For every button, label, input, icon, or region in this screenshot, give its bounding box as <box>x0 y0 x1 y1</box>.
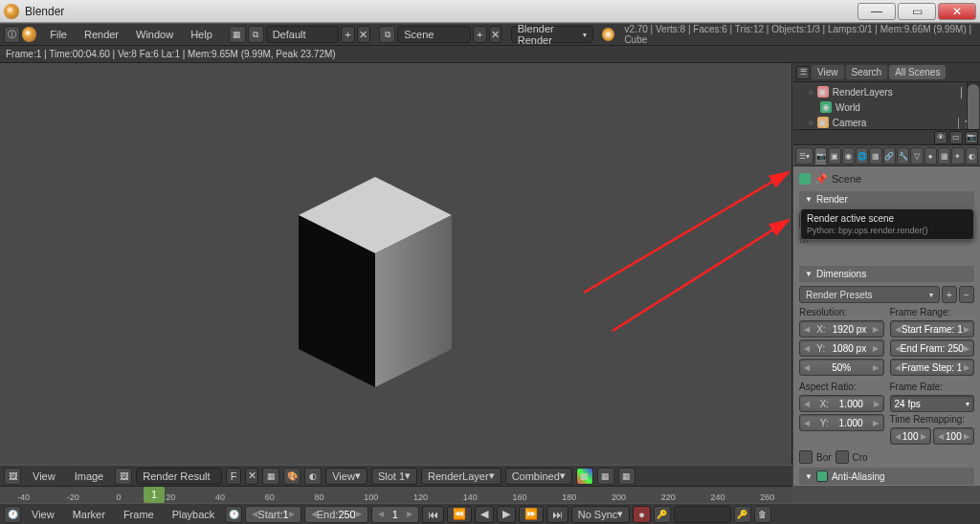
screens-icon[interactable]: ▦ <box>229 26 245 43</box>
menu-help[interactable]: Help <box>183 27 220 42</box>
scene-field[interactable]: Scene <box>397 26 470 43</box>
crop-checkbox[interactable] <box>835 450 849 464</box>
timeline-menu-view[interactable]: View <box>24 507 62 522</box>
maximize-button[interactable]: ▭ <box>898 3 936 20</box>
add-layout-button[interactable]: + <box>341 26 355 43</box>
browse-layout-icon[interactable]: ⧉ <box>248 26 264 43</box>
jump-end-button[interactable]: ⏭ <box>546 506 568 523</box>
aspect-y-field[interactable]: ◀Y:1.000▶ <box>799 414 884 431</box>
aspect-x-field[interactable]: ◀X:1.000▶ <box>799 395 884 412</box>
tab-renderlayers[interactable]: ▣ <box>828 147 840 164</box>
jump-start-button[interactable]: ⏮ <box>422 506 444 523</box>
tab-texture[interactable]: ▦ <box>938 147 950 164</box>
tab-particles[interactable]: ✦ <box>951 147 964 164</box>
outliner-tab-view[interactable]: View <box>812 65 844 79</box>
remap-old-field[interactable]: ◀100▶ <box>890 427 931 445</box>
resolution-y-field[interactable]: ◀Y:1080 px▶ <box>799 339 884 357</box>
remove-preset-button[interactable]: − <box>959 286 974 303</box>
autokey-button[interactable]: ● <box>633 506 651 523</box>
channel-rgb-icon[interactable]: ▦ <box>597 468 614 485</box>
render-engine-dropdown[interactable]: Blender Render▾ <box>511 26 593 43</box>
play-reverse-button[interactable]: ◀ <box>475 506 494 523</box>
menu-file[interactable]: File <box>42 27 75 42</box>
use-preview-range-icon[interactable]: 🕐 <box>225 506 242 523</box>
remap-new-field[interactable]: ◀100▶ <box>933 427 974 445</box>
end-frame-input[interactable]: End:250 <box>304 506 368 523</box>
editor-type-icon[interactable]: ⓘ <box>4 26 20 43</box>
keyframe-next-button[interactable]: ⏩ <box>519 506 544 523</box>
outliner-filter-visible-icon[interactable]: 👁 <box>934 131 947 144</box>
outliner-filter-render-icon[interactable]: 📷 <box>965 131 978 144</box>
outliner-editor-icon[interactable]: ☰ <box>796 66 810 79</box>
keyingset-icon[interactable]: 🔑 <box>654 506 671 523</box>
image-menu-image[interactable]: Image <box>67 469 112 484</box>
channel-alpha-icon[interactable]: ▦ <box>618 468 635 485</box>
frame-step-field[interactable]: ◀Frame Step: 1▶ <box>890 359 975 376</box>
minimize-button[interactable]: — <box>858 3 896 20</box>
tab-physics[interactable]: ◐ <box>966 147 978 164</box>
menu-window[interactable]: Window <box>128 27 181 42</box>
scene-pin-icon[interactable]: 📌 <box>814 173 828 186</box>
keyframe-prev-button[interactable]: ⏪ <box>447 506 472 523</box>
image-view-dropdown[interactable]: View ▾ <box>325 468 368 485</box>
panel-aa-title[interactable]: Anti-Aliasing <box>799 468 974 485</box>
image-name-field[interactable]: Render Result <box>136 468 222 485</box>
timeline-editor-icon[interactable]: 🕐 <box>4 506 21 523</box>
add-preset-button[interactable]: + <box>942 286 957 303</box>
outliner-tab-allscenes[interactable]: All Scenes <box>889 65 946 79</box>
start-frame-field[interactable]: ◀Start Frame: 1▶ <box>890 320 975 338</box>
tab-render[interactable]: 📷 <box>814 147 827 164</box>
tab-scene[interactable]: ◉ <box>842 147 855 164</box>
start-frame-input[interactable]: Start:1 <box>245 506 301 523</box>
uv-icon[interactable]: ▦ <box>262 468 279 485</box>
timeline-menu-playback[interactable]: Playback <box>165 507 223 522</box>
border-checkbox[interactable] <box>799 450 813 464</box>
fake-user-button[interactable]: F <box>226 468 241 485</box>
tab-constraints[interactable]: 🔗 <box>883 147 896 164</box>
key-insert-icon[interactable]: 🔑 <box>734 506 751 523</box>
play-button[interactable]: ▶ <box>497 506 516 523</box>
sync-dropdown[interactable]: No Sync ▾ <box>571 506 631 523</box>
end-frame-field[interactable]: ◀End Fram: 250▶ <box>890 339 975 357</box>
tab-material[interactable]: ● <box>924 147 937 164</box>
viewport-3d[interactable] <box>0 63 792 486</box>
tab-data[interactable]: ▽ <box>910 147 923 164</box>
fps-dropdown[interactable]: 24 fps▾ <box>890 395 975 412</box>
image-browse-icon[interactable]: 🖼 <box>115 468 132 485</box>
image-menu-view[interactable]: View <box>25 469 63 484</box>
close-button[interactable]: ✕ <box>938 3 976 20</box>
outliner-scrollbar[interactable] <box>967 82 980 129</box>
timeline-cursor[interactable]: 1 <box>144 487 165 503</box>
outliner-row-renderlayers[interactable]: ○ ▣ RenderLayers │ ▣ <box>797 84 976 99</box>
aa-checkbox[interactable] <box>816 470 828 482</box>
outliner-tab-search[interactable]: Search <box>846 65 888 79</box>
slot-dropdown[interactable]: Slot 1 ▾ <box>371 468 417 485</box>
resolution-pct-field[interactable]: ◀50%▶ <box>799 359 884 376</box>
layout-field[interactable]: Default <box>266 26 339 43</box>
outliner-row-camera[interactable]: ○ ▣ Camera │ 📷 <box>797 115 976 129</box>
pass-dropdown[interactable]: Combined ▾ <box>505 468 572 485</box>
key-delete-icon[interactable]: 🗑 <box>754 506 771 523</box>
render-presets-dropdown[interactable]: Render Presets▾ <box>799 286 940 303</box>
add-scene-button[interactable]: + <box>473 26 487 43</box>
channel-rgba-icon[interactable]: ▦ <box>576 468 593 485</box>
mask-icon[interactable]: ◐ <box>304 468 322 485</box>
resolution-x-field[interactable]: ◀X:1920 px▶ <box>799 320 884 338</box>
properties-editor-icon[interactable]: ☰▾ <box>795 147 813 164</box>
current-frame-input[interactable]: 1 <box>371 506 419 523</box>
tab-modifiers[interactable]: 🔧 <box>897 147 909 164</box>
tab-world[interactable]: 🌐 <box>856 147 868 164</box>
outliner-row-world[interactable]: ◉ World <box>797 99 976 115</box>
tab-object[interactable]: ▦ <box>869 147 881 164</box>
panel-dimensions-title[interactable]: Dimensions <box>799 266 974 282</box>
paint-icon[interactable]: 🎨 <box>283 468 301 485</box>
unlink-image-button[interactable]: ✕ <box>245 468 258 485</box>
remove-scene-button[interactable]: ✕ <box>489 26 501 43</box>
panel-render-title[interactable]: Render <box>799 191 974 207</box>
image-editor-type-icon[interactable]: 🖼 <box>4 468 21 485</box>
menu-render[interactable]: Render <box>77 27 126 42</box>
remove-layout-button[interactable]: ✕ <box>357 26 369 43</box>
timeline-ruler[interactable]: 1 -40-2002040608010012014016018020022024… <box>0 486 792 503</box>
timeline-menu-marker[interactable]: Marker <box>65 507 113 522</box>
timeline-menu-frame[interactable]: Frame <box>116 507 162 522</box>
